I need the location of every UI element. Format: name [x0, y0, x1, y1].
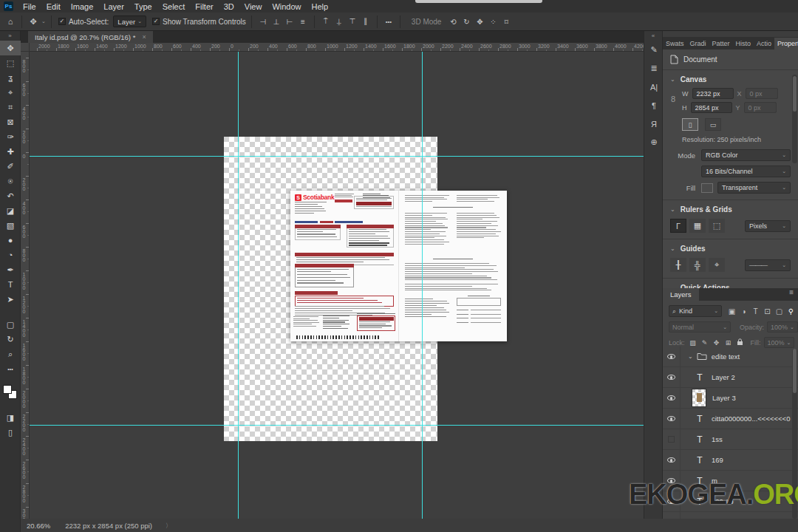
- menu-item-edit[interactable]: Edit: [41, 2, 66, 11]
- grid-overlay-icon[interactable]: ▦: [689, 219, 706, 233]
- path-select-tool[interactable]: ➤: [0, 292, 21, 307]
- align-left-icon[interactable]: ⊣: [257, 18, 269, 26]
- quick-selection-tool[interactable]: ⌖: [0, 85, 21, 100]
- auto-select-target-dropdown[interactable]: Layer ⌄: [113, 16, 146, 27]
- menu-item-view[interactable]: View: [239, 2, 267, 11]
- layer-row[interactable]: Layer 3: [663, 388, 798, 409]
- adjustment-filter-icon[interactable]: ◑: [739, 307, 748, 316]
- marquee-tool[interactable]: ⬚: [0, 55, 21, 70]
- horizontal-ruler[interactable]: 2000180016001400120010008006004002000200…: [30, 43, 644, 52]
- 3d-pan-icon[interactable]: ✥: [474, 18, 485, 26]
- layer-row[interactable]: TLayer 2: [663, 367, 798, 388]
- tab-gradi[interactable]: Gradi: [687, 38, 709, 50]
- close-icon[interactable]: ×: [142, 33, 146, 41]
- landscape-orientation-button[interactable]: ▭: [705, 118, 721, 131]
- visibility-toggle[interactable]: [663, 429, 681, 450]
- ruler-units-dropdown[interactable]: Pixels⌄: [745, 220, 791, 232]
- color-mode-dropdown[interactable]: RGB Color⌄: [701, 149, 791, 161]
- portrait-orientation-button[interactable]: ▯: [682, 118, 698, 131]
- menu-item-help[interactable]: Help: [307, 2, 334, 11]
- visibility-toggle[interactable]: [663, 367, 681, 388]
- 3d-camera-icon[interactable]: ⌑: [500, 18, 512, 26]
- foreground-background-swatches[interactable]: [3, 385, 18, 400]
- type-tool[interactable]: T: [0, 277, 21, 292]
- menu-item-type[interactable]: Type: [129, 2, 157, 11]
- layer-thumbnail[interactable]: [692, 389, 706, 407]
- rulers-grids-section-header[interactable]: ⌄ Rulers & Grids: [663, 200, 798, 215]
- tab-layers[interactable]: Layers: [663, 288, 699, 301]
- layer-row[interactable]: T169: [663, 450, 798, 471]
- eyedropper-tool[interactable]: ✑: [0, 129, 21, 144]
- document-tab[interactable]: Italy id.psd @ 20.7% (RGB/16) * ×: [28, 31, 153, 43]
- gradient-tool[interactable]: ▧: [0, 218, 21, 233]
- show-transform-checkbox[interactable]: ✓: [152, 18, 160, 25]
- canvas-content[interactable]: S Scotiabank: [30, 52, 644, 519]
- align-distribute-icon[interactable]: ≡: [297, 18, 309, 26]
- layer-row[interactable]: Tm: [663, 471, 798, 491]
- more-options-icon[interactable]: •••: [383, 18, 395, 25]
- glyphs-panel-icon[interactable]: Я: [644, 115, 664, 133]
- lock-transparency-icon[interactable]: ▨: [688, 339, 698, 347]
- tab-swats[interactable]: Swats: [663, 38, 687, 50]
- guides-section-header[interactable]: ⌄ Guides: [663, 239, 798, 254]
- chevron-down-icon[interactable]: ⌄: [41, 18, 46, 24]
- pen-tool[interactable]: ✒: [0, 262, 21, 277]
- healing-brush-tool[interactable]: ✚: [0, 144, 21, 159]
- pixel-filter-icon[interactable]: ▣: [727, 307, 737, 316]
- distribute-spacing-icon[interactable]: ∥: [360, 17, 372, 26]
- tab-histo[interactable]: Histo: [733, 38, 754, 50]
- smart-object-filter-icon[interactable]: ▢: [774, 307, 784, 316]
- menu-item-file[interactable]: File: [18, 2, 41, 11]
- adjustments-panel-icon[interactable]: ≣: [644, 59, 664, 78]
- clear-guides-icon[interactable]: ⌖: [709, 258, 725, 272]
- quick-mask-button[interactable]: ◨: [0, 410, 21, 425]
- ruler-origin-corner[interactable]: [21, 43, 30, 52]
- vertical-ruler[interactable]: 8006004002000200400600800100012001400160…: [21, 52, 30, 519]
- frame-tool[interactable]: ⊠: [0, 115, 21, 129]
- screen-mode-button[interactable]: ▯: [0, 425, 21, 440]
- panel-menu-icon[interactable]: ≡: [785, 288, 798, 301]
- fill-swatch[interactable]: [701, 183, 713, 193]
- rotate-view-tool[interactable]: ↻: [0, 332, 21, 347]
- type-filter-icon[interactable]: T: [751, 307, 760, 316]
- visibility-toggle[interactable]: [663, 347, 681, 367]
- crop-tool[interactable]: ⌗: [0, 100, 21, 115]
- tab-actio[interactable]: Actio: [754, 38, 774, 50]
- align-middle-icon[interactable]: ⍊: [333, 17, 345, 26]
- move-tool-preset-icon[interactable]: ✥: [27, 17, 39, 27]
- lock-all-icon[interactable]: [737, 338, 743, 347]
- lock-position-icon[interactable]: ✥: [712, 339, 722, 347]
- menu-item-3d[interactable]: 3D: [219, 2, 239, 11]
- 3d-orbit-icon[interactable]: ⟲: [447, 18, 459, 26]
- layer-filter-dropdown[interactable]: ⌕ Kind ⌄: [669, 305, 722, 317]
- height-field[interactable]: 2854 px: [691, 102, 732, 113]
- align-center-horizontal-icon[interactable]: ⊥: [270, 18, 282, 26]
- opacity-field[interactable]: 100%⌄: [767, 321, 798, 332]
- x-field[interactable]: 0 px: [746, 88, 778, 99]
- shape-filter-icon[interactable]: ⊡: [763, 307, 772, 316]
- dock-expand-icon[interactable]: «: [644, 31, 662, 41]
- home-icon[interactable]: ⌂: [4, 17, 16, 26]
- tab-patter[interactable]: Patter: [709, 38, 733, 50]
- zoom-level-field[interactable]: 20.66%: [27, 522, 50, 530]
- visibility-toggle[interactable]: [663, 450, 681, 471]
- expand-icon[interactable]: ⌄: [688, 353, 693, 360]
- 3d-slide-icon[interactable]: ⁘: [487, 18, 499, 26]
- brush-settings-panel-icon[interactable]: ✎: [644, 41, 664, 59]
- layer-row[interactable]: T1ss: [663, 429, 798, 450]
- foreground-color-swatch[interactable]: [3, 385, 12, 394]
- properties-scrollbar[interactable]: [792, 75, 797, 163]
- paragraph-panel-icon[interactable]: ¶: [644, 96, 664, 115]
- canvas-section-header[interactable]: ⌄ Canvas: [663, 70, 798, 85]
- blend-mode-dropdown[interactable]: Normal⌄: [669, 321, 731, 332]
- align-right-icon[interactable]: ⊢: [284, 18, 296, 26]
- layer-row[interactable]: T129 Ab: [663, 491, 798, 512]
- y-field[interactable]: 0 px: [744, 102, 777, 113]
- auto-select-checkbox[interactable]: ✓: [58, 18, 66, 25]
- guide-layout-icon[interactable]: ╬: [689, 258, 706, 272]
- menu-item-filter[interactable]: Filter: [190, 2, 218, 11]
- clone-stamp-tool[interactable]: ⍟: [0, 174, 21, 188]
- visibility-toggle[interactable]: [663, 471, 681, 491]
- visibility-toggle[interactable]: [663, 388, 681, 409]
- layer-row[interactable]: ⌄edite text: [663, 347, 798, 367]
